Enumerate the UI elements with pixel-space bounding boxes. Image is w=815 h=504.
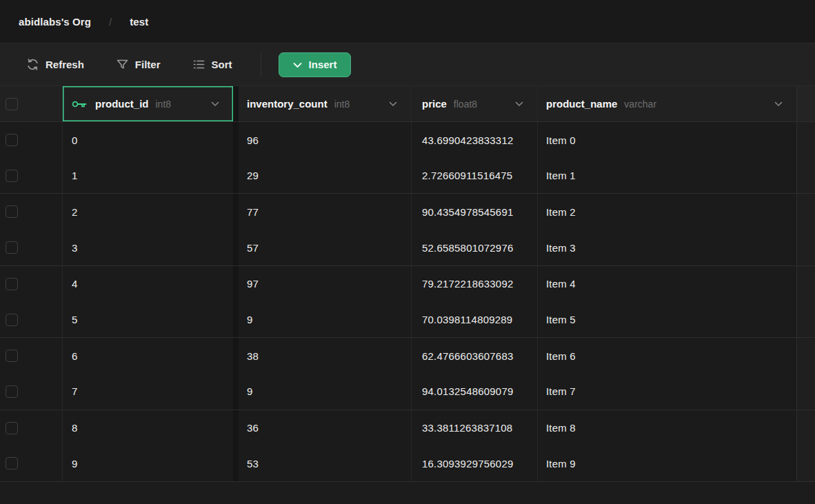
insert-button[interactable]: Insert [279, 52, 352, 77]
column-header-product-name[interactable]: product_name varchar [538, 86, 796, 121]
column-resize-gap [233, 158, 239, 193]
cell-product-name[interactable]: Item 5 [538, 302, 796, 337]
cell-inventory-count[interactable]: 57 [239, 230, 412, 265]
column-menu-chevron-icon[interactable] [774, 101, 796, 107]
cell-price[interactable]: 79.2172218633092 [412, 266, 538, 302]
insert-label: Insert [309, 59, 337, 70]
grid-header-row: product_id int8 inventory_count int8 pri… [0, 86, 815, 122]
filter-button[interactable]: Filter [116, 58, 161, 71]
cell-product-id[interactable]: 6 [63, 338, 233, 374]
cell-product-id[interactable]: 1 [63, 158, 233, 193]
column-name: product_name [546, 98, 617, 110]
table-row: 3 57 52.6585801072976 Item 3 [0, 230, 815, 266]
cell-product-id[interactable]: 2 [63, 194, 233, 230]
cell-product-name[interactable]: Item 3 [538, 230, 796, 265]
column-header-product-id[interactable]: product_id int8 [63, 86, 233, 121]
top-bar: abidlabs's Org / test [0, 0, 815, 43]
cell-product-id[interactable]: 4 [63, 266, 233, 302]
row-select-cell [0, 446, 63, 481]
row-select-cell [0, 194, 63, 230]
cell-inventory-count[interactable]: 96 [239, 122, 412, 158]
cell-product-id[interactable]: 3 [63, 230, 233, 265]
cell-price[interactable]: 33.3811263837108 [412, 410, 538, 446]
cell-product-id[interactable]: 0 [63, 122, 233, 158]
cell-price[interactable]: 70.0398114809289 [412, 302, 538, 337]
grid-empty-area [796, 374, 815, 409]
cell-product-name[interactable]: Item 1 [538, 158, 796, 193]
refresh-icon [26, 58, 39, 71]
cell-product-id[interactable]: 9 [63, 446, 233, 481]
cell-inventory-count[interactable]: 38 [239, 338, 412, 374]
cell-product-id[interactable]: 8 [63, 410, 233, 446]
cell-inventory-count[interactable]: 97 [239, 266, 412, 302]
cell-price[interactable]: 16.3093929756029 [412, 446, 538, 481]
row-checkbox[interactable] [6, 385, 18, 398]
row-checkbox[interactable] [6, 314, 18, 326]
grid-empty-area [796, 194, 815, 230]
row-select-cell [0, 374, 63, 409]
cell-product-id[interactable]: 5 [63, 302, 233, 337]
cell-inventory-count[interactable]: 53 [239, 446, 412, 481]
filter-label: Filter [135, 59, 161, 70]
cell-inventory-count[interactable]: 36 [239, 410, 412, 446]
cell-price[interactable]: 52.6585801072976 [412, 230, 538, 265]
grid-empty-area [796, 230, 815, 265]
refresh-button[interactable]: Refresh [26, 58, 84, 71]
breadcrumb-org[interactable]: abidlabs's Org [19, 16, 91, 28]
row-checkbox[interactable] [6, 457, 18, 470]
row-checkbox[interactable] [6, 134, 18, 146]
row-select-cell [0, 338, 63, 374]
row-checkbox[interactable] [6, 422, 18, 434]
sort-button[interactable]: Sort [192, 58, 232, 71]
row-select-cell [0, 158, 63, 193]
table-row: 1 29 2.72660911516475 Item 1 [0, 158, 815, 194]
cell-product-name[interactable]: Item 2 [538, 194, 796, 230]
column-menu-chevron-icon[interactable] [211, 101, 233, 107]
cell-product-name[interactable]: Item 4 [538, 266, 796, 302]
table-row: 2 77 90.4354978545691 Item 2 [0, 194, 815, 230]
cell-price[interactable]: 94.0132548609079 [412, 374, 538, 409]
row-checkbox[interactable] [6, 205, 18, 218]
data-grid: product_id int8 inventory_count int8 pri… [0, 86, 815, 504]
breadcrumb-separator: / [109, 16, 112, 28]
column-type: float8 [454, 99, 477, 110]
cell-product-name[interactable]: Item 9 [538, 446, 796, 481]
cell-price[interactable]: 90.4354978545691 [412, 194, 538, 230]
sort-label: Sort [212, 59, 232, 70]
column-header-price[interactable]: price float8 [412, 86, 538, 121]
row-checkbox[interactable] [6, 350, 18, 362]
grid-empty-area [796, 122, 815, 158]
cell-inventory-count[interactable]: 77 [239, 194, 412, 230]
row-checkbox[interactable] [6, 170, 18, 182]
grid-body: 0 96 43.6990423833312 Item 0 1 29 2.7266… [0, 122, 815, 482]
select-all-cell [0, 86, 63, 121]
column-type: int8 [334, 99, 350, 110]
row-checkbox[interactable] [6, 241, 18, 254]
cell-product-name[interactable]: Item 8 [538, 410, 796, 446]
grid-footer [0, 482, 815, 504]
column-resize-gap [233, 338, 239, 374]
row-checkbox[interactable] [6, 278, 18, 290]
column-header-inventory-count[interactable]: inventory_count int8 [239, 86, 412, 121]
cell-price[interactable]: 2.72660911516475 [412, 158, 538, 193]
breadcrumb-table[interactable]: test [130, 16, 148, 28]
cell-product-id[interactable]: 7 [63, 374, 233, 409]
column-resize-gap [233, 410, 239, 446]
column-resize-gap [233, 374, 239, 409]
cell-inventory-count[interactable]: 9 [239, 374, 412, 409]
column-resize-gap [233, 230, 239, 265]
toolbar: Refresh Filter Sort [0, 43, 815, 86]
cell-product-name[interactable]: Item 0 [538, 122, 796, 158]
cell-price[interactable]: 62.4766603607683 [412, 338, 538, 374]
cell-price[interactable]: 43.6990423833312 [412, 122, 538, 158]
column-menu-chevron-icon[interactable] [515, 101, 537, 107]
select-all-checkbox[interactable] [6, 98, 18, 110]
column-menu-chevron-icon[interactable] [389, 101, 411, 107]
cell-product-name[interactable]: Item 6 [538, 338, 796, 374]
column-type: varchar [624, 99, 656, 110]
column-resize-gap[interactable] [233, 86, 239, 121]
table-row: 0 96 43.6990423833312 Item 0 [0, 122, 815, 158]
cell-inventory-count[interactable]: 29 [239, 158, 412, 193]
cell-inventory-count[interactable]: 9 [239, 302, 412, 337]
cell-product-name[interactable]: Item 7 [538, 374, 796, 409]
